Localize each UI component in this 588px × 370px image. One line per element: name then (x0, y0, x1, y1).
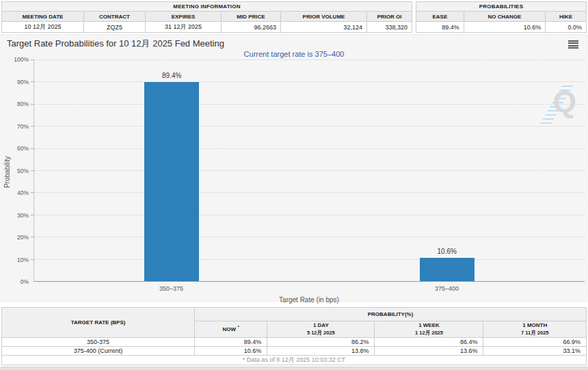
target-rate-bps-header: TARGET RATE (BPS) (2, 308, 195, 338)
prior-volume-value: 32,124 (281, 22, 367, 33)
x-category-label: 375–400 (406, 285, 488, 292)
mid-price-header: MID PRICE (222, 12, 281, 22)
now-probability-cell: 10.6% (195, 347, 267, 356)
no-change-value: 10.6% (464, 22, 546, 33)
chart-menu-icon[interactable] (568, 40, 578, 49)
probabilities-title: PROBABILITIES (416, 2, 587, 12)
one-day-date: 5 12月 2025 (307, 330, 335, 336)
target-rate-chart-panel: Target Rate Probabilities for 10 12月 202… (1, 34, 587, 302)
probability-bar (144, 82, 199, 281)
table-row: 350-375 89.4% 86.2% 86.4% 66.9% (2, 338, 587, 347)
contract-header: CONTRACT (84, 12, 146, 22)
now-probability-cell: 89.4% (195, 338, 267, 347)
plot-area: Q 89.4% 10.6% (34, 60, 585, 282)
meeting-information-table: MEETING INFORMATION MEETING DATE CONTRAC… (1, 1, 412, 33)
meeting-date-value: 10 12月 2025 (2, 22, 84, 33)
probabilities-summary-table: PROBABILITIES EASE NO CHANGE HIKE 89.4% … (416, 1, 587, 33)
now-column-header: NOW * (195, 321, 267, 338)
quikstrike-watermark-logo: Q (541, 85, 576, 127)
page-bottom-strip (0, 367, 588, 370)
expires-header: EXPIRES (146, 12, 222, 22)
one-day-probability-cell: 13.8% (267, 347, 375, 356)
one-month-probability-cell: 33.1% (483, 347, 587, 356)
chart-title: Target Rate Probabilities for 10 12月 202… (7, 38, 224, 50)
no-change-header: NO CHANGE (464, 12, 546, 22)
contract-value: ZQZ5 (84, 22, 146, 33)
hike-header: HIKE (546, 12, 587, 22)
meeting-date-header: MEETING DATE (2, 12, 84, 22)
expires-value: 31 12月 2025 (146, 22, 222, 33)
bar-group: 10.6% (420, 248, 475, 281)
x-category-label: 350–375 (131, 285, 213, 292)
x-axis-title: Target Rate (in bps) (34, 296, 585, 304)
ease-header: EASE (416, 12, 464, 22)
chart-subtitle: Current target rate is 375–400 (1, 50, 587, 58)
one-week-date: 1 12月 2025 (415, 330, 443, 336)
ease-value: 89.4% (416, 22, 464, 33)
probability-history-table: TARGET RATE (BPS) PROBABILITY(%) NOW * 1… (1, 307, 587, 365)
probability-history-section: TARGET RATE (BPS) PROBABILITY(%) NOW * 1… (0, 302, 588, 365)
prior-oi-header: PRIOR OI (367, 12, 412, 22)
now-footnote-marker: * (237, 325, 239, 329)
bar-value-label: 10.6% (438, 248, 457, 255)
bar-group: 89.4% (144, 72, 199, 281)
prior-volume-header: PRIOR VOLUME (281, 12, 367, 22)
one-month-probability-cell: 66.9% (483, 338, 587, 347)
data-as-of-footnote: * Data as of 8 12月 2025 10:03:32 CT (2, 356, 587, 365)
one-day-probability-cell: 86.2% (267, 338, 375, 347)
y-axis-ticks: 0%10%20%30%40%50%60%70%80%90%100% (1, 60, 31, 282)
table-row: 375-400 (Current) 10.6% 13.8% 13.6% 33.1… (2, 347, 587, 356)
one-day-column-header: 1 DAY5 12月 2025 (267, 321, 375, 338)
one-week-probability-cell: 86.4% (375, 338, 483, 347)
prior-oi-value: 338,320 (367, 22, 412, 33)
one-week-column-header: 1 WEEK1 12月 2025 (375, 321, 483, 338)
bar-value-label: 89.4% (162, 72, 181, 79)
top-summary-row: MEETING INFORMATION MEETING DATE CONTRAC… (0, 0, 588, 33)
probability-pct-group-header: PROBABILITY(%) (195, 308, 587, 321)
one-month-date: 7 11月 2025 (521, 330, 548, 336)
rate-range-cell: 375-400 (Current) (2, 347, 195, 356)
meeting-information-title: MEETING INFORMATION (2, 2, 412, 12)
one-week-probability-cell: 13.6% (375, 347, 483, 356)
watermark-q-letter: Q (553, 87, 576, 117)
probability-bar (420, 258, 475, 281)
one-month-column-header: 1 MONTH7 11月 2025 (483, 321, 587, 338)
mid-price-value: 96.2663 (222, 22, 281, 33)
rate-range-cell: 350-375 (2, 338, 195, 347)
hike-value: 0.0% (546, 22, 587, 33)
